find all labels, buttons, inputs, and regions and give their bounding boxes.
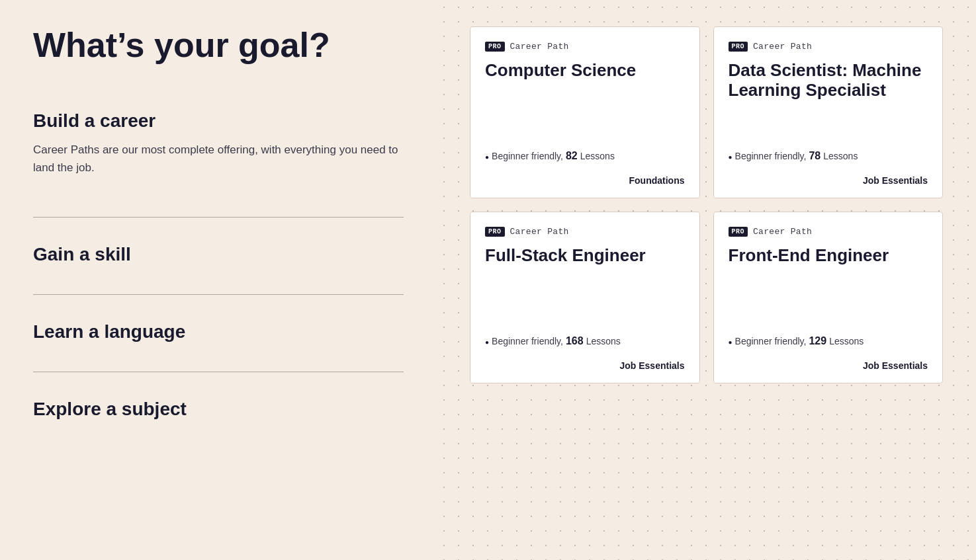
divider-2 (33, 294, 404, 295)
pro-badge-row-2: PRO Career Path (729, 42, 928, 52)
card-tag-3: Job Essentials (485, 350, 685, 371)
divider-1 (33, 217, 404, 218)
card-title-3: Full-Stack Engineer (485, 246, 685, 326)
cards-grid: PRO Career Path Computer Science ● Begin… (457, 13, 956, 397)
card-title-4: Front-End Engineer (729, 246, 928, 326)
gain-skill-heading: Gain a skill (33, 244, 404, 265)
beginner-label-1: Beginner friendly, (492, 151, 563, 161)
explore-subject-heading: Explore a subject (33, 399, 404, 420)
lessons-label-3: Lessons (586, 336, 621, 346)
card-tag-2: Job Essentials (729, 165, 928, 186)
bullet-3: ● (485, 339, 489, 346)
career-path-label-3: Career Path (510, 227, 569, 237)
beginner-label-4: Beginner friendly, (735, 336, 807, 346)
page-title: What’s your goal? (33, 26, 404, 64)
career-path-label-4: Career Path (753, 227, 812, 237)
card-title-2: Data Scientist: Machine Learning Special… (729, 61, 928, 141)
pro-badge-row-1: PRO Career Path (485, 42, 685, 52)
career-path-label-1: Career Path (510, 42, 569, 52)
learn-language-heading: Learn a language (33, 321, 404, 342)
pro-badge-3: PRO (485, 227, 505, 237)
pro-badge-2: PRO (729, 42, 748, 52)
pro-badge-4: PRO (729, 227, 748, 237)
pro-badge-1: PRO (485, 42, 505, 52)
left-panel: What’s your goal? Build a career Career … (0, 0, 437, 560)
card-front-end[interactable]: PRO Career Path Front-End Engineer ● Beg… (713, 212, 944, 383)
card-tag-1: Foundations (485, 165, 685, 186)
build-career-section[interactable]: Build a career Career Paths are our most… (33, 97, 404, 217)
lessons-count-1: 82 (566, 150, 578, 162)
card-data-scientist[interactable]: PRO Career Path Data Scientist: Machine … (713, 26, 944, 198)
lessons-count-4: 129 (809, 335, 826, 347)
beginner-label-2: Beginner friendly, (735, 151, 807, 161)
card-tag-4: Job Essentials (729, 350, 928, 371)
card-meta-2: ● Beginner friendly, 78 Lessons (729, 150, 928, 162)
divider-3 (33, 372, 404, 372)
pro-badge-row-4: PRO Career Path (729, 227, 928, 237)
card-computer-science[interactable]: PRO Career Path Computer Science ● Begin… (470, 26, 700, 198)
bullet-1: ● (485, 153, 489, 161)
learn-language-section[interactable]: Learn a language (33, 308, 404, 372)
lessons-count-3: 168 (566, 335, 584, 347)
lessons-count-2: 78 (809, 150, 821, 162)
gain-skill-section[interactable]: Gain a skill (33, 231, 404, 295)
card-meta-4: ● Beginner friendly, 129 Lessons (729, 335, 928, 347)
card-meta-3: ● Beginner friendly, 168 Lessons (485, 335, 685, 347)
lessons-label-4: Lessons (829, 336, 864, 346)
right-panel: PRO Career Path Computer Science ● Begin… (437, 0, 976, 560)
beginner-label-3: Beginner friendly, (492, 336, 563, 346)
bullet-4: ● (729, 339, 732, 346)
build-career-heading: Build a career (33, 110, 404, 132)
lessons-label-2: Lessons (823, 151, 858, 161)
career-path-label-2: Career Path (753, 42, 812, 52)
card-meta-1: ● Beginner friendly, 82 Lessons (485, 150, 685, 162)
build-career-description: Career Paths are our most complete offer… (33, 141, 404, 177)
card-full-stack[interactable]: PRO Career Path Full-Stack Engineer ● Be… (470, 212, 700, 383)
lessons-label-1: Lessons (580, 151, 615, 161)
bullet-2: ● (729, 153, 732, 161)
explore-subject-section[interactable]: Explore a subject (33, 385, 404, 436)
pro-badge-row-3: PRO Career Path (485, 227, 685, 237)
card-title-1: Computer Science (485, 61, 685, 141)
page-layout: What’s your goal? Build a career Career … (0, 0, 976, 560)
